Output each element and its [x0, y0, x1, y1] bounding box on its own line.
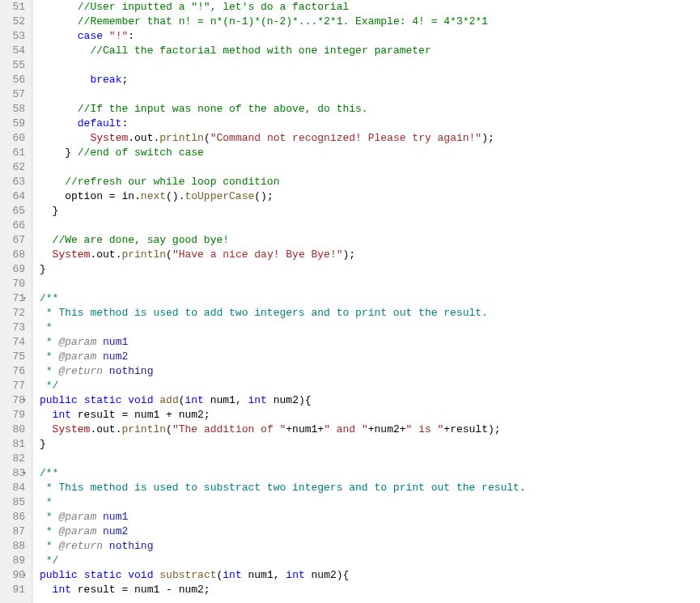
- code-line[interactable]: public static void add(int num1, int num…: [40, 393, 700, 408]
- code-line[interactable]: System.out.println("The addition of "+nu…: [40, 423, 700, 437]
- line-number[interactable]: 51: [3, 0, 25, 15]
- code-line[interactable]: default:: [40, 117, 700, 131]
- code-line[interactable]: break;: [40, 73, 700, 87]
- line-number[interactable]: 79: [3, 408, 25, 423]
- fold-toggle-icon[interactable]: ▾: [23, 466, 27, 481]
- code-line[interactable]: [40, 87, 700, 102]
- code-token: num2: [103, 525, 128, 537]
- code-token: [40, 30, 78, 42]
- code-token: //end of switch case: [78, 147, 204, 159]
- line-number[interactable]: 68: [3, 248, 25, 262]
- code-line[interactable]: * @param num2: [40, 350, 700, 364]
- code-token: [40, 176, 65, 188]
- code-token: result = num1 - num2;: [71, 584, 210, 596]
- code-line[interactable]: [40, 160, 700, 175]
- code-line[interactable]: [40, 277, 700, 291]
- code-line[interactable]: /**: [40, 291, 700, 306]
- code-line[interactable]: * This method is used to substract two i…: [40, 481, 700, 495]
- line-number[interactable]: 86: [3, 510, 25, 524]
- code-token: }: [40, 438, 46, 450]
- code-line[interactable]: public static void substract(int num1, i…: [40, 568, 700, 583]
- code-line[interactable]: * @return nothing: [40, 364, 700, 379]
- line-number[interactable]: 53: [3, 29, 25, 44]
- line-number[interactable]: 85: [3, 495, 25, 510]
- line-number[interactable]: 81: [3, 437, 25, 452]
- code-line[interactable]: }: [40, 204, 700, 219]
- code-line[interactable]: //Remember that n! = n*(n-1)*(n-2)*...*2…: [40, 15, 700, 29]
- code-line[interactable]: //refresh our while loop condition: [40, 175, 700, 189]
- code-line[interactable]: [40, 58, 700, 73]
- line-number[interactable]: 67: [3, 233, 25, 248]
- code-token: [40, 248, 53, 261]
- code-line[interactable]: */: [40, 554, 700, 568]
- line-number[interactable]: 90▾: [3, 568, 25, 583]
- line-number[interactable]: 58: [3, 102, 25, 117]
- code-line[interactable]: System.out.println("Command not recogniz…: [40, 131, 700, 146]
- line-number[interactable]: 82: [3, 452, 25, 466]
- editor-gutter[interactable]: 5152535455565758596061626364656667686970…: [0, 0, 32, 603]
- line-number[interactable]: 80: [3, 423, 25, 437]
- code-line[interactable]: [40, 452, 700, 466]
- code-line[interactable]: * This method is used to add two integer…: [40, 306, 700, 321]
- code-token: " and ": [324, 423, 368, 435]
- line-number[interactable]: 54: [3, 44, 25, 58]
- line-number[interactable]: 74: [3, 335, 25, 350]
- line-number[interactable]: 56: [3, 73, 25, 87]
- line-number[interactable]: 55: [3, 58, 25, 73]
- code-line[interactable]: System.out.println("Have a nice day! Bye…: [40, 248, 700, 262]
- fold-toggle-icon[interactable]: ▾: [23, 291, 27, 306]
- line-number[interactable]: 72: [3, 306, 25, 321]
- line-number[interactable]: 66: [3, 219, 25, 233]
- line-number[interactable]: 73: [3, 321, 25, 335]
- line-number[interactable]: 91: [3, 583, 25, 597]
- code-token: [40, 74, 90, 86]
- line-number[interactable]: 63: [3, 175, 25, 189]
- line-number[interactable]: 76: [3, 364, 25, 379]
- code-line[interactable]: }: [40, 262, 700, 277]
- line-number[interactable]: 71▾: [3, 291, 25, 306]
- fold-toggle-icon[interactable]: ▾: [23, 393, 27, 408]
- code-line[interactable]: * @return nothing: [40, 539, 700, 554]
- line-number[interactable]: 62: [3, 160, 25, 175]
- line-number[interactable]: 84: [3, 481, 25, 495]
- line-number[interactable]: 77: [3, 379, 25, 393]
- code-line[interactable]: //User inputted a "!", let's do a factor…: [40, 0, 700, 15]
- line-number[interactable]: 69: [3, 262, 25, 277]
- code-line[interactable]: //We are done, say good bye!: [40, 233, 700, 248]
- line-number[interactable]: 57: [3, 87, 25, 102]
- line-number[interactable]: 87: [3, 524, 25, 539]
- line-number[interactable]: 61: [3, 146, 25, 160]
- line-number[interactable]: 60: [3, 131, 25, 146]
- line-number[interactable]: 52: [3, 15, 25, 29]
- code-line[interactable]: }: [40, 437, 700, 452]
- code-line[interactable]: /**: [40, 466, 700, 481]
- code-line[interactable]: int result = num1 + num2;: [40, 408, 700, 423]
- code-line[interactable]: //Call the factorial method with one int…: [40, 44, 700, 58]
- code-line[interactable]: } //end of switch case: [40, 146, 700, 160]
- code-line[interactable]: *: [40, 495, 700, 510]
- code-line[interactable]: *: [40, 321, 700, 335]
- line-number[interactable]: 88: [3, 539, 25, 554]
- fold-toggle-icon[interactable]: ▾: [23, 568, 27, 583]
- code-line[interactable]: * @param num1: [40, 510, 700, 524]
- line-number[interactable]: 59: [3, 117, 25, 131]
- code-line[interactable]: int result = num1 - num2;: [40, 583, 700, 597]
- code-line[interactable]: //If the input was none of the above, do…: [40, 102, 700, 117]
- code-line[interactable]: * @param num1: [40, 335, 700, 350]
- line-number[interactable]: 65: [3, 204, 25, 219]
- code-line[interactable]: [40, 219, 700, 233]
- line-number[interactable]: 64: [3, 189, 25, 204]
- code-token: :: [121, 117, 128, 130]
- line-number[interactable]: 70: [3, 277, 25, 291]
- code-token: int: [223, 569, 241, 581]
- line-number[interactable]: 75: [3, 350, 25, 364]
- code-line[interactable]: */: [40, 379, 700, 393]
- code-line[interactable]: case "!":: [40, 29, 700, 44]
- code-line[interactable]: * @param num2: [40, 524, 700, 539]
- line-number[interactable]: 83▾: [3, 466, 25, 481]
- code-line[interactable]: option = in.next().toUpperCase();: [40, 189, 700, 204]
- code-token: int: [53, 409, 71, 421]
- line-number[interactable]: 89: [3, 554, 25, 568]
- editor-code-area[interactable]: //User inputted a "!", let's do a factor…: [32, 0, 700, 603]
- line-number[interactable]: 78▾: [3, 393, 25, 408]
